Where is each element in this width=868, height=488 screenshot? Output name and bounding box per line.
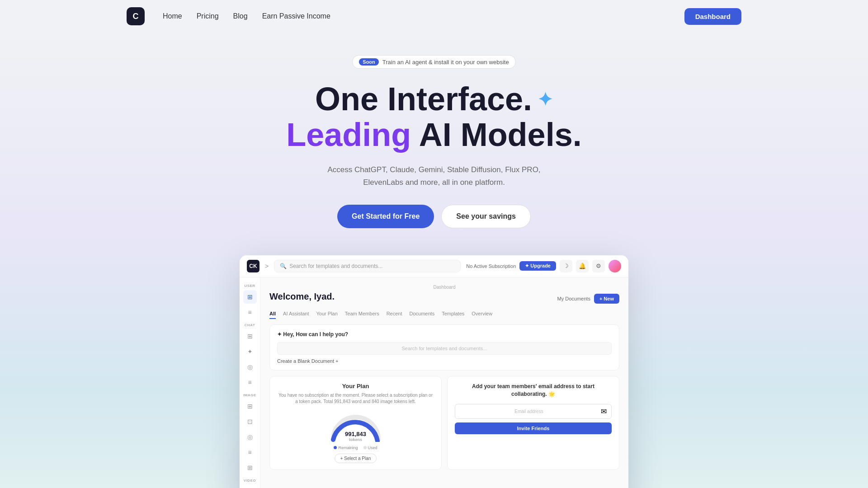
sidebar-icon-grid[interactable]: ⊞ <box>243 290 257 304</box>
db-sidebar: USER ⊞ ≡ CHAT ⊞ ✦ ◎ ≡ IMAGE ⊞ ⊡ ◎ ≡ ⊞ VI… <box>240 277 260 488</box>
db-breadcrumb: Dashboard <box>269 285 619 290</box>
db-topbar-right: No Active Subscription ✦ Upgrade ☽ 🔔 ⚙ <box>466 260 621 272</box>
sidebar-icon-chat2[interactable]: ✦ <box>243 345 257 358</box>
db-cards-row: Your Plan You have no subscription at th… <box>269 376 619 470</box>
nav-item-pricing[interactable]: Pricing <box>197 12 219 20</box>
db-subscription-label: No Active Subscription <box>466 263 516 269</box>
sidebar-icon-chat4[interactable]: ≡ <box>243 375 257 389</box>
hero-buttons: Get Started for Free See your savings <box>0 205 868 228</box>
db-tab-docs[interactable]: Documents <box>410 311 435 319</box>
db-search-placeholder: Search for templates and documents... <box>289 263 382 269</box>
sidebar-icon-img3[interactable]: ◎ <box>243 430 257 444</box>
badge-soon-label: Soon <box>359 58 379 66</box>
db-search[interactable]: 🔍 Search for templates and documents... <box>274 260 461 272</box>
sidebar-icon-img1[interactable]: ⊞ <box>243 399 257 413</box>
sparkle-icon: ✦ <box>538 89 553 109</box>
logo[interactable]: C <box>127 7 145 25</box>
nav-item-blog[interactable]: Blog <box>233 12 248 20</box>
db-upgrade-button[interactable]: ✦ Upgrade <box>519 261 556 271</box>
hero-headline2: Leading AI Models. <box>0 117 868 153</box>
hero-headline2-purple: Leading <box>286 117 411 153</box>
db-tab-all[interactable]: All <box>269 311 276 319</box>
db-arrow-icon: > <box>265 263 269 270</box>
sidebar-section-video: VIDEO <box>240 476 260 483</box>
nav-links: Home Pricing Blog Earn Passive Income <box>163 12 330 20</box>
badge-text: Train an AI agent & install it on your o… <box>382 59 509 66</box>
db-invite-button[interactable]: Invite Friends <box>455 422 612 434</box>
db-new-button[interactable]: + New <box>594 294 619 304</box>
db-moon-icon[interactable]: ☽ <box>560 260 572 272</box>
sidebar-icon-chat3[interactable]: ◎ <box>243 360 257 374</box>
db-body: USER ⊞ ≡ CHAT ⊞ ✦ ◎ ≡ IMAGE ⊞ ⊡ ◎ ≡ ⊞ VI… <box>240 277 628 488</box>
db-topbar: CK > 🔍 Search for templates and document… <box>240 255 628 277</box>
nav-left: C Home Pricing Blog Earn Passive Income <box>127 7 330 25</box>
sidebar-icon-chat1[interactable]: ⊞ <box>243 329 257 343</box>
nav-item-home[interactable]: Home <box>163 12 182 20</box>
db-main-content: Dashboard Welcome, Iyad. My Documents + … <box>260 277 628 488</box>
db-bell-icon[interactable]: 🔔 <box>576 260 589 272</box>
hero-description: Access ChatGPT, Claude, Gemini, Stable D… <box>326 164 542 188</box>
hero-headline2-dark: AI Models. <box>419 117 582 153</box>
db-tab-team[interactable]: Team Members <box>345 311 379 319</box>
db-tab-ai[interactable]: AI Assistant <box>283 311 309 319</box>
sidebar-icon-list[interactable]: ≡ <box>243 305 257 319</box>
db-tabs: All AI Assistant Your Plan Team Members … <box>269 311 619 319</box>
sidebar-icon-video1[interactable]: ⊞ <box>243 485 257 488</box>
db-team-card: Add your team members' email address to … <box>447 376 619 470</box>
navbar: C Home Pricing Blog Earn Passive Income … <box>0 0 868 33</box>
sidebar-icon-img2[interactable]: ⊡ <box>243 415 257 428</box>
search-icon: 🔍 <box>280 263 287 269</box>
db-email-row[interactable]: Email address ✉ <box>455 404 612 419</box>
see-savings-button[interactable]: See your savings <box>441 205 531 228</box>
db-my-docs-label: My Documents <box>557 296 590 301</box>
db-gauge-legend: Remaining Used <box>277 446 434 450</box>
db-avatar[interactable] <box>609 260 621 272</box>
db-ai-header: ✦ Hey, How can I help you? <box>277 331 612 338</box>
db-plan-card: Your Plan You have no subscription at th… <box>269 376 442 470</box>
sidebar-section-user: USER <box>240 281 260 289</box>
db-logo: CK <box>247 260 259 272</box>
db-team-title: Add your team members' email address to … <box>455 383 612 398</box>
sidebar-icon-img4[interactable]: ≡ <box>243 446 257 459</box>
db-settings-icon[interactable]: ⚙ <box>592 260 605 272</box>
dashboard-button[interactable]: Dashboard <box>684 8 741 25</box>
sidebar-section-chat: CHAT <box>240 320 260 328</box>
dashboard-preview: CK > 🔍 Search for templates and document… <box>240 255 628 488</box>
hero-badge: Soon Train an AI agent & install it on y… <box>352 55 515 69</box>
db-plan-desc: You have no subscription at the moment. … <box>277 392 434 405</box>
hero-section: Soon Train an AI agent & install it on y… <box>0 33 868 488</box>
db-welcome-heading: Welcome, Iyad. <box>269 291 335 302</box>
db-main-toprow: Welcome, Iyad. My Documents + New <box>269 291 619 306</box>
db-ai-search[interactable]: Search for templates and documents... <box>277 342 612 355</box>
db-tab-overview[interactable]: Overview <box>472 311 492 319</box>
db-email-placeholder: Email address <box>460 409 598 414</box>
db-select-plan-button[interactable]: + Select a Plan <box>335 454 377 463</box>
db-gauge: 991,843 tokens <box>329 410 383 442</box>
db-ai-card: ✦ Hey, How can I help you? Search for te… <box>269 324 619 371</box>
db-tab-templates[interactable]: Templates <box>442 311 464 319</box>
sidebar-icon-img5[interactable]: ⊞ <box>243 461 257 474</box>
db-plan-title: Your Plan <box>277 383 434 389</box>
db-gauge-number: 991,843 tokens <box>345 431 366 442</box>
nav-item-earn[interactable]: Earn Passive Income <box>262 12 330 20</box>
db-blank-doc[interactable]: Create a Blank Document + <box>277 358 612 364</box>
db-tab-plan[interactable]: Your Plan <box>316 311 338 319</box>
sidebar-section-image: IMAGE <box>240 390 260 398</box>
send-icon: ✉ <box>601 407 607 416</box>
db-tab-recent[interactable]: Recent <box>387 311 402 319</box>
hero-headline1: One Interface. ✦ <box>0 81 868 117</box>
get-started-button[interactable]: Get Started for Free <box>337 205 434 228</box>
